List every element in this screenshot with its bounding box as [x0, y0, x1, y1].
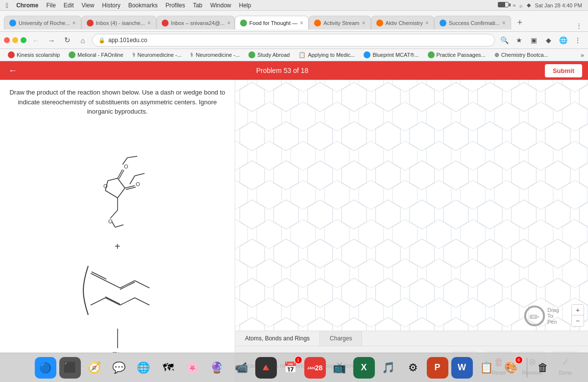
tab-close-1[interactable]: ×	[73, 20, 76, 26]
bookmark-blueprint[interactable]: Blueprint MCAT®...	[360, 50, 422, 59]
bookmark-label-neuro1: Neuromedicine -...	[138, 52, 182, 58]
zoom-out-button[interactable]: −	[572, 315, 584, 326]
bookmark-applying[interactable]: 📋 Applying to Medic...	[294, 50, 359, 59]
forward-button[interactable]: →	[45, 34, 58, 47]
dock: 🔵 ⬛ 🧭 💬 🌐 🗺 🌸 🔮 📹 🔺 📅 1 JAN 28 📺 X 🎵 ⚙ P…	[0, 353, 588, 382]
bookmark-practice[interactable]: Practice Passages...	[424, 50, 490, 59]
tab-aktiv[interactable]: Aktiv Chemistry ×	[371, 16, 434, 29]
extension-icon[interactable]: ◆	[542, 34, 555, 47]
dock-messages[interactable]: 💬	[108, 357, 130, 379]
dock-excel[interactable]: X	[353, 357, 375, 379]
tab-charges[interactable]: Charges	[320, 331, 362, 346]
dock-launchpad2[interactable]: 🔮	[206, 357, 228, 379]
bookmark-neuro2[interactable]: ⚕ Neuromedicine -...	[186, 50, 244, 59]
edit-menu[interactable]: Edit	[64, 2, 74, 9]
dock-launchpad[interactable]: ⬛	[59, 357, 81, 379]
bookmark-study-abroad[interactable]: Study Abroad	[245, 50, 294, 59]
svg-line-15	[127, 156, 137, 158]
reagent-line-svg: ▽△	[113, 329, 122, 353]
bookmark-label-blueprint: Blueprint MCAT®...	[372, 52, 418, 58]
tab-favicon-1	[9, 20, 16, 26]
dock-facetime[interactable]: 📹	[231, 357, 252, 379]
problem-instruction: Draw the product of the reaction shown b…	[8, 88, 227, 117]
tab-close-4[interactable]: ×	[300, 20, 303, 26]
bookmark-neuro1[interactable]: ⚕ Neuromedicine -...	[128, 50, 186, 59]
screenshot-icon[interactable]: ▣	[527, 34, 540, 47]
tab-close-3[interactable]: ×	[227, 20, 230, 26]
dock-jan28[interactable]: JAN 28	[304, 357, 326, 379]
tab-inbox1[interactable]: Inbox (4) - isanche... ×	[81, 16, 156, 29]
dock-separator	[527, 358, 527, 378]
bookmark-melioral[interactable]: Melioral - FAOnline	[65, 50, 127, 59]
tab-close-5[interactable]: ×	[362, 20, 365, 26]
search-nav-icon[interactable]: 🔍	[498, 34, 511, 47]
tab-menu[interactable]: Tab	[193, 2, 202, 9]
dock-safari[interactable]: 🧭	[84, 357, 105, 379]
app-back-button[interactable]: ←	[6, 64, 20, 77]
profiles-menu[interactable]: Profiles	[166, 2, 185, 9]
window-minimize-btn[interactable]	[12, 37, 18, 43]
zoom-in-button[interactable]: +	[572, 305, 584, 315]
bookmark-kinesis[interactable]: Kinesis scolarship	[4, 50, 64, 59]
bookmark-label-applying: Applying to Medic...	[308, 52, 355, 58]
dock-finder[interactable]: 🔵	[35, 357, 56, 379]
dock-word[interactable]: W	[451, 357, 473, 379]
tab-close-6[interactable]: ×	[425, 20, 429, 26]
bookmarks-bar: Kinesis scolarship Melioral - FAOnline ⚕…	[0, 49, 588, 61]
tab-close-7[interactable]: ×	[502, 20, 506, 26]
more-options-icon[interactable]: ⋮	[571, 34, 584, 47]
bookmark-chemistry[interactable]: ⊕ Chemistry Bootca...	[490, 50, 552, 59]
account-icon[interactable]: 🌐	[557, 34, 569, 47]
dock-transloader[interactable]: 🔺	[255, 357, 277, 379]
datetime: Sat Jan 28 4:40 PM	[535, 2, 582, 8]
address-bar[interactable]: 🔒 app.101edu.co	[92, 34, 495, 47]
history-menu[interactable]: History	[102, 2, 120, 9]
apple-menu[interactable]: 	[6, 1, 8, 9]
dock-notes[interactable]: 📋	[476, 357, 497, 379]
svg-line-24	[120, 281, 135, 288]
submit-button[interactable]: Submit	[545, 64, 582, 77]
dock-music[interactable]: 🎵	[378, 357, 399, 379]
tab-food-thought[interactable]: Food for Thought — ×	[235, 16, 309, 29]
dock-trash[interactable]: 🗑	[532, 357, 554, 379]
tab-scroll-more[interactable]: ⋮	[576, 22, 582, 29]
tab-close-2[interactable]: ×	[147, 20, 151, 26]
dock-calendar[interactable]: 📅 1	[280, 357, 301, 379]
window-close-btn[interactable]	[4, 37, 10, 43]
help-menu[interactable]: Help	[239, 2, 251, 9]
dock-system[interactable]: ⚙	[402, 357, 424, 379]
bookmarks-menu[interactable]: Bookmarks	[128, 2, 158, 9]
view-menu[interactable]: View	[82, 2, 95, 9]
tab-success[interactable]: Success Confirmati... ×	[434, 16, 511, 29]
window-maximize-btn[interactable]	[21, 37, 26, 43]
bookmarks-more-button[interactable]: »	[581, 51, 584, 59]
dock-launchpad3[interactable]: 🎨 6	[500, 357, 522, 379]
dock-photos[interactable]: 🌸	[182, 357, 203, 379]
file-menu[interactable]: File	[46, 2, 55, 9]
hex-grid-svg	[235, 80, 588, 331]
bookmark-star-icon[interactable]: ★	[513, 34, 525, 47]
tab-favicon-5	[314, 20, 321, 26]
svg-line-29	[120, 298, 135, 305]
chrome-menu[interactable]: Chrome	[16, 2, 38, 9]
new-tab-button[interactable]: +	[513, 16, 527, 29]
tab-favicon-3	[162, 20, 169, 26]
tab-atoms-bonds[interactable]: Atoms, Bonds and Rings	[235, 331, 320, 346]
dock-maps[interactable]: 🗺	[157, 357, 179, 379]
window-menu[interactable]: Window	[210, 2, 231, 9]
siri-icon[interactable]: ◆	[527, 2, 531, 8]
dock-appletv[interactable]: 📺	[329, 357, 350, 379]
svg-line-19	[112, 221, 115, 227]
tab-inbox2[interactable]: Inbox – snivana24@... ×	[156, 16, 235, 29]
battery-indicator	[498, 2, 509, 8]
tab-university[interactable]: University of Roche... ×	[4, 16, 81, 29]
refresh-button[interactable]: ↻	[61, 34, 74, 47]
dock-powerpoint[interactable]: P	[427, 357, 448, 379]
dock-chrome[interactable]: 🌐	[133, 357, 154, 379]
tab-activity[interactable]: Activity Stream ×	[309, 16, 370, 29]
lock-icon: 🔒	[98, 37, 105, 44]
search-icon[interactable]: ⌕	[519, 2, 523, 8]
hex-grid[interactable]: ✏ Drag To Pen + −	[235, 80, 588, 331]
back-button[interactable]: ←	[29, 34, 42, 47]
home-button[interactable]: ⌂	[76, 34, 89, 47]
